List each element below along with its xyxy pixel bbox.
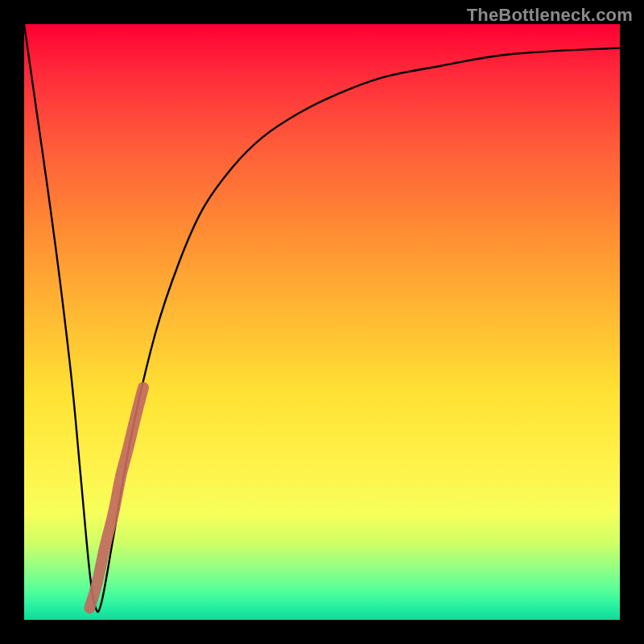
plot-area <box>24 24 620 620</box>
highlight-segment <box>89 387 143 608</box>
chart-svg <box>24 24 620 620</box>
watermark-text: TheBottleneck.com <box>467 5 633 26</box>
chart-frame: TheBottleneck.com <box>0 0 644 644</box>
